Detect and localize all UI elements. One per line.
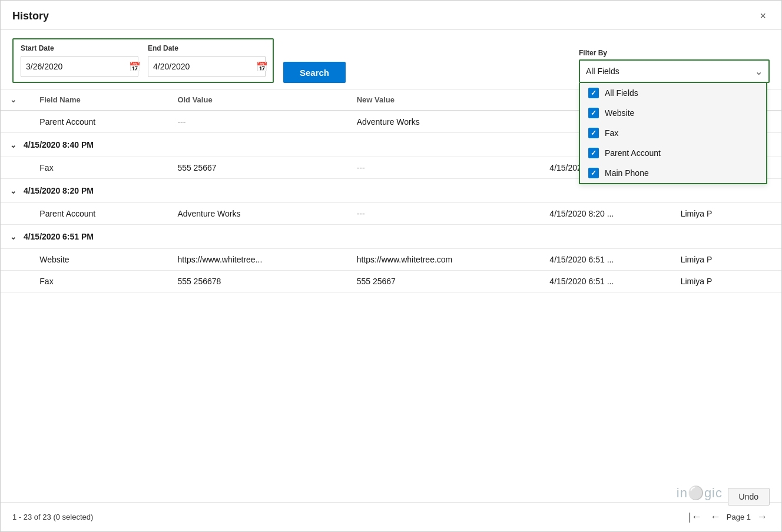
search-button[interactable]: Search [283,62,346,83]
row-date: 4/15/2020 8:20 ... [540,203,671,225]
row-field-name: Parent Account [30,111,168,133]
row-check[interactable] [1,249,30,271]
end-date-input-wrap[interactable]: 📅 [148,56,266,77]
checkbox-fax[interactable] [588,128,599,138]
end-date-input[interactable] [153,62,256,71]
filter-option-fax-label: Fax [605,128,618,138]
group-row-date: ⌄ 4/15/2020 6:51 PM [1,225,781,249]
checkbox-parent-account[interactable] [588,148,599,158]
table-row[interactable]: Parent Account Adventure Works --- 4/15/… [1,203,781,225]
toolbar: Start Date 📅 End Date 📅 Search Filter By… [1,30,781,89]
filter-option-website-label: Website [605,108,634,118]
dialog-header: History × [1,1,781,30]
prev-page-button[interactable]: ← [708,510,723,524]
table-row[interactable]: Fax 555 256678 555 25667 4/15/2020 6:51 … [1,271,781,292]
footer: 1 - 23 of 23 (0 selected) |← ← Page 1 → [1,502,781,531]
row-old-value: Adventure Works [168,203,347,225]
end-date-field: End Date 📅 [148,44,266,77]
row-new-value: 555 25667 [347,271,541,292]
first-page-button[interactable]: |← [686,510,704,524]
filter-option-main-phone[interactable]: Main Phone [580,163,766,183]
row-check[interactable] [1,271,30,292]
filter-selected-value: All Fields [586,66,619,76]
brand-o: ⚪ [688,486,704,500]
next-page-button[interactable]: → [754,510,770,524]
history-dialog: History × Start Date 📅 End Date 📅 Search [0,0,782,532]
col-header-check: ⌄ [1,89,30,111]
row-field-name: Parent Account [30,203,168,225]
checkbox-website[interactable] [588,108,599,118]
row-field-name: Website [30,249,168,271]
row-user: Limiya P [671,271,781,292]
row-new-value: Adventure Works [347,111,541,133]
row-date: 4/15/2020 6:51 ... [540,249,671,271]
chevron-down-icon: ⌄ [10,187,16,195]
filter-option-fax[interactable]: Fax [580,123,766,143]
filter-group: Filter By All Fields ⌄ All Fields Websit… [579,49,770,83]
row-new-value: https://www.whitetree.com [347,249,541,271]
filter-select[interactable]: All Fields ⌄ [580,61,768,82]
start-date-input-wrap[interactable]: 📅 [21,56,138,77]
filter-dropdown: All Fields Website Fax Parent Account [579,83,767,184]
start-date-input[interactable] [26,62,129,71]
filter-option-all-fields[interactable]: All Fields [580,83,766,103]
filter-option-parent-account[interactable]: Parent Account [580,143,766,163]
chevron-down-icon: ⌄ [10,141,16,149]
row-check[interactable] [1,157,30,179]
col-header-new-value: New Value [347,89,541,111]
filter-select-wrap: All Fields ⌄ All Fields Website Fax [579,59,770,83]
undo-button[interactable]: Undo [728,488,770,506]
row-field-name: Fax [30,157,168,179]
row-old-value: 555 25667 [168,157,347,179]
end-date-label: End Date [148,44,266,52]
checkbox-main-phone[interactable] [588,168,599,178]
row-old-value: 555 256678 [168,271,347,292]
pagination: |← ← Page 1 → [686,510,770,524]
start-date-field: Start Date 📅 [21,44,138,77]
start-date-label: Start Date [21,44,138,52]
table-row[interactable]: Website https://www.whitetree... https:/… [1,249,781,271]
filter-by-label: Filter By [579,49,770,57]
row-old-value: --- [168,111,347,133]
row-user: Limiya P [671,203,781,225]
filter-option-website[interactable]: Website [580,103,766,123]
chevron-down-icon: ⌄ [10,95,16,104]
chevron-down-icon: ⌄ [755,66,763,77]
row-new-value: --- [347,157,541,179]
row-check[interactable] [1,203,30,225]
row-date: 4/15/2020 6:51 ... [540,271,671,292]
start-date-calendar-icon[interactable]: 📅 [129,61,141,72]
row-field-name: Fax [30,271,168,292]
branding: in⚪gic [677,486,723,501]
page-label: Page 1 [727,513,751,521]
row-user: Limiya P [671,249,781,271]
filter-option-all-fields-label: All Fields [605,88,638,98]
brand-text: in⚪gic [677,486,723,500]
end-date-calendar-icon[interactable]: 📅 [256,61,268,72]
filter-option-parent-account-label: Parent Account [605,148,661,158]
date-range-group: Start Date 📅 End Date 📅 [12,38,274,83]
col-header-old-value: Old Value [168,89,347,111]
row-old-value: https://www.whitetree... [168,249,347,271]
footer-info: 1 - 23 of 23 (0 selected) [12,513,93,521]
dialog-title: History [12,10,49,22]
row-check[interactable] [1,111,30,133]
col-header-field-name: Field Name [30,89,168,111]
row-new-value: --- [347,203,541,225]
checkbox-all-fields[interactable] [588,88,599,98]
filter-option-main-phone-label: Main Phone [605,168,649,178]
close-button[interactable]: × [756,9,770,24]
group-row[interactable]: ⌄ 4/15/2020 6:51 PM [1,225,781,249]
chevron-down-icon: ⌄ [10,232,16,241]
